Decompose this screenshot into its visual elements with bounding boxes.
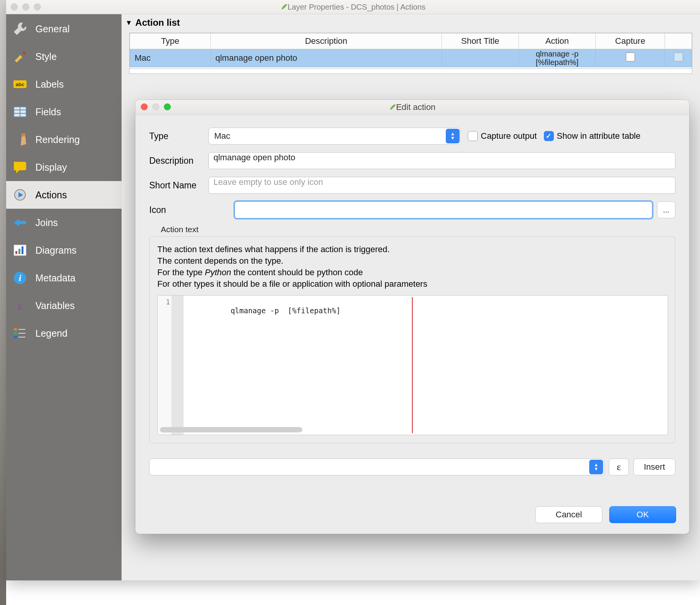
chevron-up-down-icon: ▲▼: [446, 129, 460, 143]
description-value: qlmanage open photo: [213, 153, 295, 162]
cancel-label: Cancel: [556, 510, 582, 520]
icon-input[interactable]: [235, 201, 652, 218]
action-list-table: Type Description Short Title Action Capt…: [129, 33, 692, 69]
dialog-traffic-lights: [141, 103, 171, 110]
zoom-icon[interactable]: [34, 3, 41, 10]
field-select[interactable]: ▲▼: [149, 459, 604, 475]
svg-rect-11: [18, 249, 20, 254]
label-icon: Icon: [149, 205, 208, 215]
col-short[interactable]: Short Title: [442, 33, 519, 49]
action-text-group: The action text defines what happens if …: [149, 236, 675, 443]
sidebar-item-label: Variables: [35, 300, 75, 311]
action-code-editor[interactable]: 1 qlmanage -p [%filepath%]: [157, 295, 668, 435]
window-titlebar: Layer Properties - DCS_photos | Actions: [6, 0, 700, 14]
label-description: Description: [149, 156, 208, 166]
epsilon-icon: ε: [617, 461, 621, 473]
paintbrush-icon: [12, 48, 28, 65]
show-in-attr-checkbox[interactable]: Show in attribute table: [544, 131, 641, 141]
tooltip-icon: [12, 159, 28, 176]
dialog-title: Edit action: [396, 102, 436, 112]
sidebar-item-legend[interactable]: Legend: [6, 319, 122, 347]
dialog-titlebar: Edit action: [135, 100, 689, 115]
sidebar-item-display[interactable]: Display: [6, 153, 122, 181]
shortname-placeholder: Leave empty to use only icon: [213, 177, 323, 187]
chevron-up-down-icon: ▲▼: [589, 460, 603, 474]
fold-gutter: [172, 296, 183, 435]
svg-rect-16: [14, 328, 17, 331]
code-content: qlmanage -p [%filepath%]: [183, 296, 668, 435]
sidebar-item-label: Rendering: [35, 134, 80, 145]
dialog-footer: Cancel OK: [135, 483, 689, 534]
label-action-text: Action text: [161, 225, 675, 234]
section-title: Action list: [135, 17, 180, 28]
zoom-icon[interactable]: [164, 103, 171, 110]
capture-output-label: Capture output: [481, 131, 537, 141]
shortname-input[interactable]: Leave empty to use only icon: [208, 177, 675, 194]
minimize-icon[interactable]: [22, 3, 29, 10]
horizontal-scrollbar[interactable]: [160, 427, 302, 432]
sidebar-item-label: Labels: [35, 79, 64, 90]
table-header-row: Type Description Short Title Action Capt…: [130, 33, 692, 49]
col-action[interactable]: Action: [519, 33, 596, 49]
browse-label: ...: [663, 206, 670, 214]
cancel-button[interactable]: Cancel: [535, 506, 602, 523]
qgis-icon: [389, 104, 396, 111]
sidebar-item-fields[interactable]: Fields: [6, 98, 122, 126]
extra-checkbox[interactable]: [674, 52, 683, 61]
wrench-icon: [12, 20, 28, 37]
cell-short: [442, 49, 519, 67]
background-edge: [0, 0, 6, 605]
table-row[interactable]: Mac qlmanage open photo qlmanage -p [%fi…: [130, 49, 692, 67]
joins-icon: [12, 214, 28, 231]
sidebar-item-rendering[interactable]: Rendering: [6, 126, 122, 153]
col-capture[interactable]: Capture: [596, 33, 665, 49]
sidebar-item-label: Actions: [35, 189, 67, 201]
svg-rect-21: [18, 337, 25, 337]
sidebar-item-actions[interactable]: Actions: [6, 181, 122, 209]
sidebar: General Style abc Labels Fields: [6, 14, 122, 580]
sidebar-item-label: Fields: [35, 106, 61, 118]
svg-text:abc: abc: [16, 81, 24, 87]
cell-extra: [665, 49, 692, 67]
sidebar-item-style[interactable]: Style: [6, 43, 122, 70]
sidebar-item-joins[interactable]: Joins: [6, 209, 122, 236]
expression-button[interactable]: ε: [609, 459, 629, 475]
label-shortname: Short Name: [149, 180, 208, 191]
cell-type: Mac: [130, 49, 211, 67]
brush-icon: [12, 131, 28, 148]
col-type[interactable]: Type: [130, 33, 211, 49]
close-icon[interactable]: [141, 103, 148, 110]
sidebar-item-labels[interactable]: abc Labels: [6, 70, 122, 98]
ok-button[interactable]: OK: [609, 506, 676, 523]
gear-play-icon: [12, 186, 28, 203]
legend-icon: [12, 325, 28, 342]
sidebar-item-general[interactable]: General: [6, 15, 122, 43]
icon-browse-button[interactable]: ...: [657, 201, 675, 218]
close-icon[interactable]: [11, 3, 18, 10]
action-text-help: The action text defines what happens if …: [157, 244, 668, 290]
description-input[interactable]: qlmanage open photo: [208, 152, 675, 169]
svg-rect-12: [22, 246, 23, 254]
sidebar-item-variables[interactable]: ε Variables: [6, 292, 122, 319]
capture-checkbox[interactable]: [626, 52, 635, 61]
labels-icon: abc: [12, 76, 28, 93]
insert-button[interactable]: Insert: [633, 459, 675, 475]
sidebar-item-metadata[interactable]: i Metadata: [6, 264, 122, 292]
window-traffic-lights: [11, 3, 41, 10]
info-icon: i: [12, 269, 28, 286]
col-description[interactable]: Description: [211, 33, 442, 49]
table-icon: [12, 103, 28, 120]
capture-output-checkbox[interactable]: Capture output: [468, 131, 537, 141]
cell-capture: [596, 49, 665, 67]
edit-action-dialog: Edit action Type Mac ▲▼ Capture output S…: [135, 100, 689, 534]
section-header-action-list[interactable]: ▼ Action list: [122, 14, 700, 31]
svg-rect-19: [18, 333, 25, 334]
chevron-down-icon: ▼: [125, 19, 132, 27]
cell-description: qlmanage open photo: [211, 49, 442, 67]
ok-label: OK: [637, 510, 649, 520]
minimize-icon[interactable]: [152, 103, 159, 110]
type-select[interactable]: Mac ▲▼: [208, 128, 461, 145]
checkbox-checked-icon: [544, 131, 554, 141]
svg-rect-10: [15, 251, 17, 254]
sidebar-item-diagrams[interactable]: Diagrams: [6, 236, 122, 264]
